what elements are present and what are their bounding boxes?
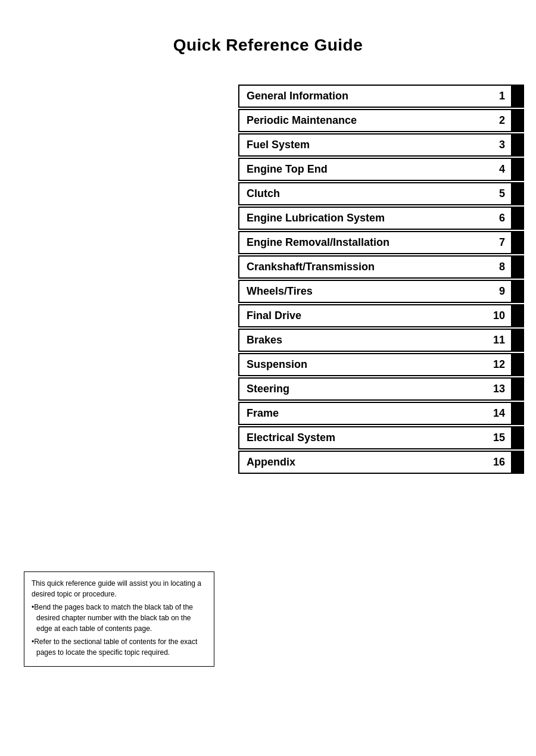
toc-item-tab bbox=[511, 159, 523, 180]
info-bullet-1: •Bend the pages back to match the black … bbox=[32, 602, 207, 634]
toc-item-tab bbox=[511, 330, 523, 351]
toc-item-tab bbox=[511, 427, 523, 448]
toc-item-label: Electrical System bbox=[239, 427, 490, 448]
toc-item-number: 11 bbox=[490, 330, 511, 351]
toc-item[interactable]: Engine Removal/Installation7 bbox=[238, 231, 524, 254]
toc-item-tab bbox=[511, 183, 523, 204]
toc-item-label: Fuel System bbox=[239, 135, 490, 155]
toc-item-label: Brakes bbox=[239, 330, 490, 351]
toc-item-label: Suspension bbox=[239, 354, 490, 375]
toc-item-label: Engine Removal/Installation bbox=[239, 232, 490, 253]
toc-item-number: 13 bbox=[490, 379, 511, 399]
toc-item[interactable]: Fuel System3 bbox=[238, 133, 524, 157]
toc-item-tab bbox=[511, 208, 523, 229]
toc-item-tab bbox=[511, 257, 523, 277]
toc-container: General Information1Periodic Maintenance… bbox=[238, 85, 524, 474]
toc-item-number: 14 bbox=[490, 403, 511, 424]
toc-item-label: Crankshaft/Transmission bbox=[239, 257, 490, 277]
toc-item[interactable]: Crankshaft/Transmission8 bbox=[238, 255, 524, 279]
toc-item-label: Steering bbox=[239, 379, 490, 399]
toc-item[interactable]: Wheels/Tires9 bbox=[238, 280, 524, 303]
toc-item-number: 1 bbox=[490, 86, 511, 107]
toc-item[interactable]: Engine Top End4 bbox=[238, 158, 524, 181]
toc-item-number: 16 bbox=[490, 452, 511, 473]
toc-item-tab bbox=[511, 452, 523, 473]
toc-item-tab bbox=[511, 232, 523, 253]
toc-item-label: General Information bbox=[239, 86, 490, 107]
toc-item[interactable]: Frame14 bbox=[238, 402, 524, 425]
toc-item[interactable]: Steering13 bbox=[238, 377, 524, 401]
toc-item-number: 9 bbox=[490, 281, 511, 302]
toc-item-number: 4 bbox=[490, 159, 511, 180]
toc-item-tab bbox=[511, 86, 523, 107]
toc-item[interactable]: Electrical System15 bbox=[238, 426, 524, 449]
toc-item-tab bbox=[511, 379, 523, 399]
info-bullet-2: •Refer to the sectional table of content… bbox=[32, 636, 207, 658]
toc-item-tab bbox=[511, 281, 523, 302]
toc-item-label: Engine Lubrication System bbox=[239, 208, 490, 229]
toc-item-number: 15 bbox=[490, 427, 511, 448]
toc-item-number: 5 bbox=[490, 183, 511, 204]
toc-item-tab bbox=[511, 110, 523, 131]
toc-item-tab bbox=[511, 354, 523, 375]
toc-item-number: 6 bbox=[490, 208, 511, 229]
toc-item[interactable]: Suspension12 bbox=[238, 353, 524, 376]
toc-item-tab bbox=[511, 305, 523, 326]
toc-item-number: 12 bbox=[490, 354, 511, 375]
toc-item-tab bbox=[511, 135, 523, 155]
toc-item[interactable]: Appendix16 bbox=[238, 451, 524, 474]
toc-item-label: Appendix bbox=[239, 452, 490, 473]
toc-item-tab bbox=[511, 403, 523, 424]
toc-item-label: Wheels/Tires bbox=[239, 281, 490, 302]
toc-item-label: Periodic Maintenance bbox=[239, 110, 490, 131]
toc-item-label: Clutch bbox=[239, 183, 490, 204]
toc-item-number: 2 bbox=[490, 110, 511, 131]
toc-item[interactable]: Final Drive10 bbox=[238, 304, 524, 327]
toc-item-number: 3 bbox=[490, 135, 511, 155]
toc-item[interactable]: Brakes11 bbox=[238, 329, 524, 352]
info-box: This quick reference guide will assist y… bbox=[24, 571, 214, 667]
toc-item-label: Final Drive bbox=[239, 305, 490, 326]
toc-item[interactable]: Engine Lubrication System6 bbox=[238, 207, 524, 230]
page-title: Quick Reference Guide bbox=[0, 0, 536, 79]
toc-item-number: 7 bbox=[490, 232, 511, 253]
toc-item-label: Engine Top End bbox=[239, 159, 490, 180]
toc-item-label: Frame bbox=[239, 403, 490, 424]
toc-item[interactable]: Periodic Maintenance2 bbox=[238, 109, 524, 132]
toc-item-number: 10 bbox=[490, 305, 511, 326]
toc-item[interactable]: General Information1 bbox=[238, 85, 524, 108]
toc-item-number: 8 bbox=[490, 257, 511, 277]
toc-item[interactable]: Clutch5 bbox=[238, 182, 524, 205]
info-intro: This quick reference guide will assist y… bbox=[32, 578, 207, 599]
